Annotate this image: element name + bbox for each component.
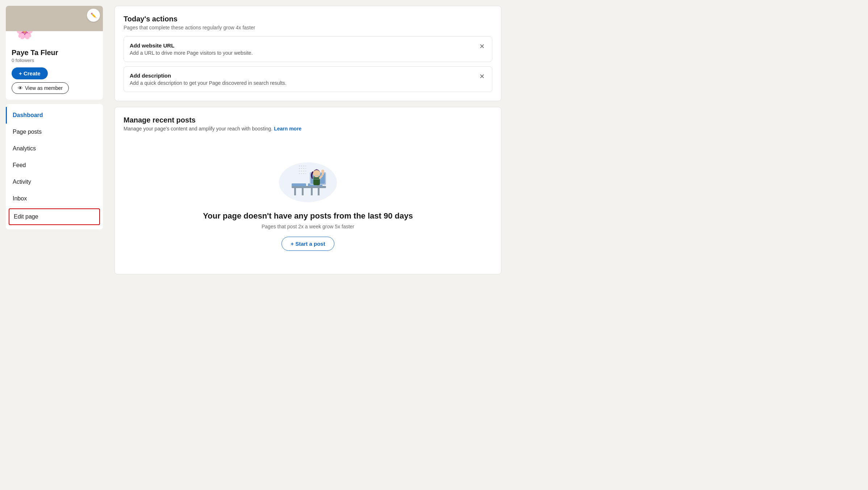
start-post-button[interactable]: + Start a post [281,237,334,251]
learn-more-link[interactable]: Learn more [274,126,301,132]
add-website-action: Add website URL Add a URL to drive more … [124,36,492,62]
sidebar-item-analytics[interactable]: Analytics [6,140,103,157]
svg-rect-3 [302,188,304,195]
close-website-button[interactable]: ✕ [478,42,486,50]
sidebar: ✏️ 🌸 Paye Ta Fleur 0 followers + Create … [0,0,109,490]
view-as-member-button[interactable]: 👁 View as member [12,82,69,94]
create-label: + Create [19,70,41,76]
add-description-title: Add description [130,72,287,79]
empty-posts-section: Your page doesn't have any posts from th… [124,132,492,265]
todays-actions-title: Today's actions [124,15,492,23]
activity-label: Activity [13,179,31,185]
followers-count: 0 followers [12,58,97,63]
eye-icon: 👁 [18,85,23,91]
add-description-desc: Add a quick description to get your Page… [130,80,287,86]
feed-label: Feed [13,162,26,169]
manage-posts-card: Manage recent posts Manage your page's c… [114,107,501,274]
profile-banner: ✏️ [6,6,103,31]
add-website-desc: Add a URL to drive more Page visitors to… [130,50,253,56]
pencil-icon: ✏️ [91,13,97,18]
sidebar-item-inbox[interactable]: Inbox [6,190,103,207]
view-member-label: View as member [25,85,63,91]
todays-actions-card: Today's actions Pages that complete thes… [114,6,501,101]
svg-rect-7 [318,188,320,195]
empty-posts-title: Your page doesn't have any posts from th… [203,211,413,221]
add-website-content: Add website URL Add a URL to drive more … [130,42,253,56]
svg-point-0 [279,162,337,202]
close-icon: ✕ [479,43,485,50]
manage-posts-title: Manage recent posts [124,116,492,124]
sidebar-item-feed[interactable]: Feed [6,157,103,174]
edit-page-label: Edit page [14,213,38,220]
profile-info: Paye Ta Fleur 0 followers + Create 👁 Vie… [6,44,103,100]
page-posts-label: Page posts [13,129,42,135]
svg-rect-2 [294,188,296,195]
profile-name: Paye Ta Fleur [12,49,97,57]
edit-banner-button[interactable]: ✏️ [87,9,100,22]
empty-posts-desc: Pages that post 2x a week grow 5x faster [262,224,354,229]
sidebar-item-page-posts[interactable]: Page posts [6,124,103,140]
edit-page-button[interactable]: Edit page [9,208,100,225]
close-description-button[interactable]: ✕ [478,72,486,80]
todays-actions-subtitle: Pages that complete these actions regula… [124,25,492,30]
empty-posts-illustration [272,146,344,204]
add-website-title: Add website URL [130,42,253,49]
add-description-content: Add description Add a quick description … [130,72,287,86]
profile-card: ✏️ 🌸 Paye Ta Fleur 0 followers + Create … [6,6,103,100]
close-icon: ✕ [479,73,485,80]
main-content: Today's actions Pages that complete thes… [109,0,507,490]
inbox-label: Inbox [13,195,27,202]
sidebar-item-dashboard[interactable]: Dashboard [6,107,103,124]
svg-point-13 [321,170,324,173]
svg-point-12 [313,170,320,177]
analytics-label: Analytics [13,145,36,152]
nav-menu: Dashboard Page posts Analytics Feed Acti… [6,104,103,229]
dashboard-label: Dashboard [13,112,43,119]
svg-rect-6 [311,188,313,195]
svg-rect-4 [292,183,306,186]
add-description-action: Add description Add a quick description … [124,66,492,92]
create-button[interactable]: + Create [12,67,48,79]
sidebar-item-activity[interactable]: Activity [6,174,103,190]
start-post-label: + Start a post [291,241,325,247]
manage-posts-subtitle: Manage your page's content and amplify y… [124,126,492,132]
